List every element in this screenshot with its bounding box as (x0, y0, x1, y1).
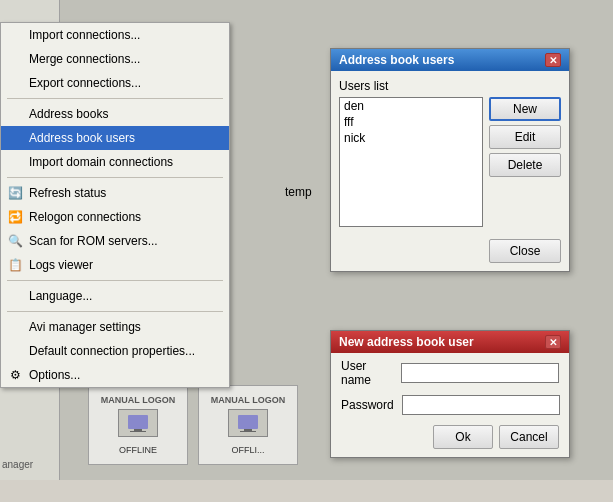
options-icon: ⚙ (7, 367, 23, 383)
conn-status-2: OFFLI... (231, 445, 264, 455)
menu-language[interactable]: Language... (1, 284, 229, 308)
menu-relogon[interactable]: 🔁 Relogon connections (1, 205, 229, 229)
newuser-buttons: Ok Cancel (331, 417, 569, 457)
edit-user-button[interactable]: Edit (489, 125, 561, 149)
logs-icon: 📋 (7, 257, 23, 273)
menu-export-connections[interactable]: Export connections... (1, 71, 229, 95)
username-label: User name (341, 359, 393, 387)
connection-item-1[interactable]: MANUAL LOGON OFFLINE (88, 385, 188, 465)
username-input[interactable] (401, 363, 559, 383)
svg-rect-3 (238, 415, 258, 429)
conn-icon-2 (228, 409, 268, 437)
menu-avi-manager[interactable]: Avi manager settings (1, 315, 229, 339)
addressbook-titlebar: Address book users ✕ (331, 49, 569, 71)
menu-address-books[interactable]: Address books (1, 102, 229, 126)
password-label: Password (341, 398, 394, 412)
conn-label-2: MANUAL LOGON (211, 395, 285, 405)
svg-rect-4 (244, 429, 252, 431)
users-list-box[interactable]: den fff nick (339, 97, 483, 227)
user-item-den[interactable]: den (340, 98, 482, 114)
conn-label-1: MANUAL LOGON (101, 395, 175, 405)
separator-1 (7, 98, 223, 99)
addressbook-side-buttons: New Edit Delete (489, 97, 561, 177)
menu-merge-connections[interactable]: Merge connections... (1, 47, 229, 71)
svg-rect-0 (128, 415, 148, 429)
sidebar-label: anager (2, 459, 33, 470)
menu-options[interactable]: ⚙ Options... (1, 363, 229, 387)
relogon-icon: 🔁 (7, 209, 23, 225)
refresh-icon: 🔄 (7, 185, 23, 201)
delete-user-button[interactable]: Delete (489, 153, 561, 177)
new-user-button[interactable]: New (489, 97, 561, 121)
conn-icon-1 (118, 409, 158, 437)
separator-4 (7, 311, 223, 312)
svg-rect-2 (130, 431, 146, 432)
svg-rect-5 (240, 431, 256, 432)
conn-status-1: OFFLINE (119, 445, 157, 455)
connections-area: MANUAL LOGON OFFLINE MANUAL LOGON OFFLI.… (88, 385, 298, 465)
addressbook-title: Address book users (339, 53, 454, 67)
separator-2 (7, 177, 223, 178)
separator-3 (7, 280, 223, 281)
newuser-titlebar: New address book user ✕ (331, 331, 569, 353)
menu-logs-viewer[interactable]: 📋 Logs viewer (1, 253, 229, 277)
addressbook-dialog: Address book users ✕ Users list den fff … (330, 48, 570, 272)
users-list-row: den fff nick New Edit Delete (339, 97, 561, 227)
addressbook-close-x[interactable]: ✕ (545, 53, 561, 67)
menu-default-conn-props[interactable]: Default connection properties... (1, 339, 229, 363)
users-list-label: Users list (339, 79, 561, 93)
username-row: User name (331, 353, 569, 389)
connection-item-2[interactable]: MANUAL LOGON OFFLI... (198, 385, 298, 465)
menu-refresh-status[interactable]: 🔄 Refresh status (1, 181, 229, 205)
close-addressbook-button[interactable]: Close (489, 239, 561, 263)
user-item-nick[interactable]: nick (340, 130, 482, 146)
tools-dropdown-menu: Import connections... Merge connections.… (0, 22, 230, 388)
addressbook-bottom: Close (331, 235, 569, 271)
password-input[interactable] (402, 395, 560, 415)
svg-rect-1 (134, 429, 142, 431)
user-item-fff[interactable]: fff (340, 114, 482, 130)
newuser-close-x[interactable]: ✕ (545, 335, 561, 349)
menu-import-domain[interactable]: Import domain connections (1, 150, 229, 174)
newuser-dialog: New address book user ✕ User name Passwo… (330, 330, 570, 458)
scan-icon: 🔍 (7, 233, 23, 249)
cancel-button[interactable]: Cancel (499, 425, 559, 449)
addressbook-content: Users list den fff nick New Edit Delete (331, 71, 569, 235)
menu-address-book-users[interactable]: Address book users (1, 126, 229, 150)
menu-scan-rom[interactable]: 🔍 Scan for ROM servers... (1, 229, 229, 253)
menu-import-connections[interactable]: Import connections... (1, 23, 229, 47)
newuser-title: New address book user (339, 335, 474, 349)
ok-button[interactable]: Ok (433, 425, 493, 449)
password-row: Password (331, 389, 569, 417)
temp-label: temp (285, 185, 312, 199)
